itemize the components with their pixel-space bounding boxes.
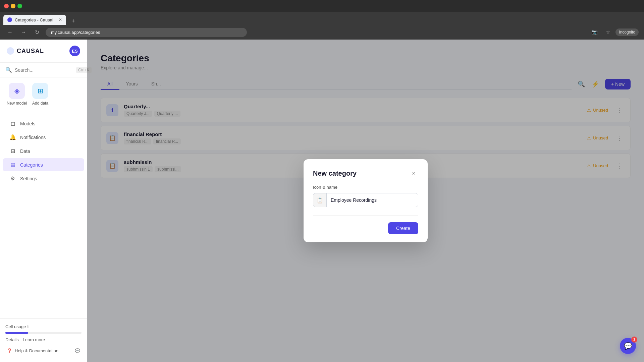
sidebar-nav: ◻ Models 🔔 Notifications ⊞ Data ▤ Catego… — [0, 111, 87, 191]
modal-footer: Create — [313, 222, 418, 234]
tab-close-btn[interactable]: ✕ — [59, 17, 62, 22]
cell-usage-info-icon: ℹ — [27, 324, 29, 329]
tab-bar: Categories - Causal ✕ + — [0, 12, 644, 25]
camera-icon[interactable]: 📷 — [589, 28, 600, 37]
logo-text: CAUSAL — [17, 48, 44, 55]
active-tab[interactable]: Categories - Causal ✕ — [3, 15, 66, 25]
browser-chrome — [0, 0, 644, 12]
sidebar-item-data[interactable]: ⊞ Data — [3, 144, 84, 158]
modal-divider — [313, 215, 418, 216]
sidebar-item-label-categories: Categories — [20, 162, 43, 168]
main-content: Categories Explore and manage... All You… — [87, 40, 644, 362]
modal-input-row: 📋 — [313, 193, 418, 207]
modal-field-label: Icon & name — [313, 185, 418, 190]
window-minimize-btn[interactable] — [11, 4, 15, 8]
selected-icon: 📋 — [317, 197, 323, 203]
tab-title: Categories - Causal — [15, 17, 53, 22]
sidebar-item-notifications[interactable]: 🔔 Notifications — [3, 131, 84, 144]
icon-picker-btn[interactable]: 📋 — [313, 193, 327, 207]
search-icon: 🔍 — [5, 67, 12, 73]
sidebar-bottom: Cell usage ℹ Details Learn more ❓ Help &… — [0, 318, 87, 362]
new-tab-btn[interactable]: + — [69, 18, 78, 25]
data-icon: ⊞ — [9, 148, 16, 154]
help-chat-icon: 💬 — [75, 348, 80, 353]
create-btn[interactable]: Create — [388, 222, 418, 234]
sidebar-logo: CAUSAL ES — [0, 40, 87, 63]
window-close-btn[interactable] — [4, 4, 9, 8]
notifications-icon: 🔔 — [9, 134, 16, 140]
window-maximize-btn[interactable] — [17, 4, 22, 8]
nav-refresh-btn[interactable]: ↻ — [32, 27, 42, 37]
sidebar-item-label-settings: Settings — [20, 176, 37, 181]
window-controls — [4, 4, 22, 8]
sidebar-item-categories[interactable]: ▤ Categories — [3, 158, 84, 171]
help-icon: ❓ — [7, 348, 12, 353]
settings-icon: ⚙ — [9, 175, 16, 182]
categories-icon: ▤ — [9, 162, 16, 168]
add-data-action[interactable]: ⊞ Add data — [32, 83, 48, 106]
bookmark-icon[interactable]: ☆ — [603, 28, 613, 37]
chat-btn[interactable]: 💬 3 — [620, 338, 636, 354]
modal-header: New category × — [313, 169, 418, 178]
add-data-label: Add data — [32, 101, 48, 106]
new-model-label: New model — [7, 101, 27, 106]
learn-more-link[interactable]: Learn more — [23, 337, 45, 342]
logo-icon — [7, 47, 14, 55]
cell-links: Details Learn more — [5, 337, 82, 342]
tab-favicon — [7, 17, 12, 22]
incognito-badge: Incognito — [615, 28, 639, 36]
sidebar-item-label-data: Data — [20, 148, 30, 154]
new-category-modal: New category × Icon & name 📋 Create — [304, 159, 428, 242]
cell-usage-label: Cell usage ℹ — [5, 324, 82, 329]
address-input[interactable] — [46, 28, 247, 37]
nav-back-btn[interactable]: ← — [5, 27, 15, 37]
sidebar-item-models[interactable]: ◻ Models — [3, 117, 84, 130]
cell-usage-progress-fill — [5, 332, 28, 334]
logo: CAUSAL — [7, 47, 44, 55]
sidebar-item-label-notifications: Notifications — [20, 135, 46, 140]
modal-overlay: New category × Icon & name 📋 Create — [87, 40, 644, 362]
modal-close-btn[interactable]: × — [409, 169, 418, 178]
help-label: Help & Documentation — [15, 348, 58, 353]
chat-icon: 💬 — [624, 342, 632, 350]
app-container: CAUSAL ES 🔍 Ctrl+K ◈ New model ⊞ Add dat… — [0, 40, 644, 362]
sidebar-item-label-models: Models — [20, 121, 35, 126]
sidebar-item-settings[interactable]: ⚙ Settings — [3, 172, 84, 185]
new-model-icon: ◈ — [9, 83, 25, 99]
search-input[interactable] — [15, 67, 73, 73]
browser-actions: 📷 ☆ Incognito — [589, 28, 639, 37]
address-bar: ← → ↻ 📷 ☆ Incognito — [0, 25, 644, 40]
chat-widget: 💬 3 — [620, 338, 636, 354]
cell-usage-progress-bg — [5, 332, 82, 334]
add-data-icon: ⊞ — [32, 83, 48, 99]
sidebar: CAUSAL ES 🔍 Ctrl+K ◈ New model ⊞ Add dat… — [0, 40, 87, 362]
chat-badge: 3 — [631, 337, 637, 343]
details-link[interactable]: Details — [5, 337, 19, 342]
avatar[interactable]: ES — [69, 46, 80, 56]
help-link[interactable]: ❓ Help & Documentation 💬 — [5, 345, 82, 357]
search-bar: 🔍 Ctrl+K — [0, 63, 87, 77]
modal-title: New category — [313, 170, 357, 177]
new-model-action[interactable]: ◈ New model — [7, 83, 27, 106]
nav-forward-btn[interactable]: → — [19, 27, 28, 37]
category-name-input[interactable] — [327, 194, 418, 206]
models-icon: ◻ — [9, 120, 16, 127]
quick-actions: ◈ New model ⊞ Add data — [0, 77, 87, 111]
